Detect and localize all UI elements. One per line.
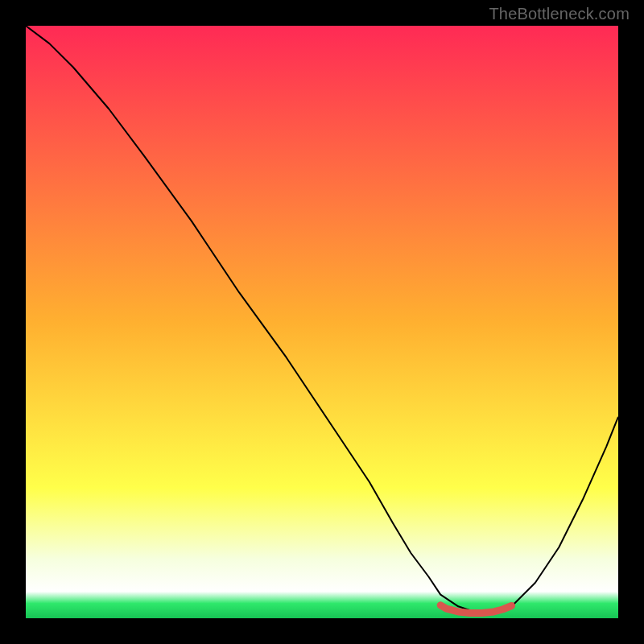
chart-svg bbox=[26, 26, 618, 618]
gradient-background bbox=[26, 26, 618, 618]
plot-area bbox=[26, 26, 618, 618]
watermark: TheBottleneck.com bbox=[489, 5, 630, 23]
chart-container: TheBottleneck.com bbox=[0, 0, 644, 644]
